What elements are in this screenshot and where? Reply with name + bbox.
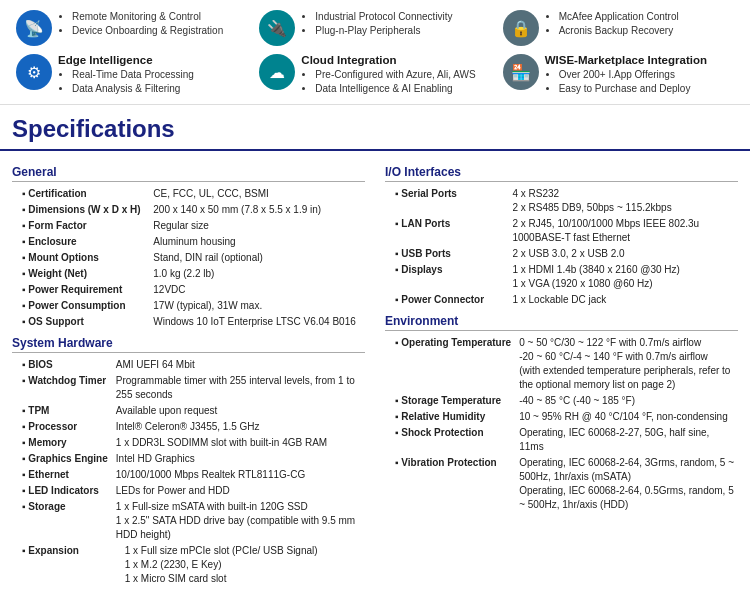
spec-value: Intel HD Graphics bbox=[114, 451, 365, 467]
wise-marketplace-icon: 🏪 bbox=[503, 54, 539, 90]
table-row: BIOSAMI UEFI 64 Mbit bbox=[12, 357, 365, 373]
feature-bullet: Industrial Protocol Connectivity bbox=[315, 10, 490, 24]
spec-value: 2 x RJ45, 10/100/1000 Mbps IEEE 802.3u 1… bbox=[510, 216, 738, 246]
spec-value: 1 x Lockable DC jack bbox=[510, 292, 738, 308]
spec-label: Power Consumption bbox=[12, 298, 151, 314]
edge-intelligence-icon: ⚙ bbox=[16, 54, 52, 90]
spec-label: Serial Ports bbox=[385, 186, 510, 216]
spec-label: LAN Ports bbox=[385, 216, 510, 246]
spec-value: Programmable timer with 255 interval lev… bbox=[114, 373, 365, 403]
spec-label: OS Support bbox=[12, 314, 151, 330]
table-row: LAN Ports2 x RJ45, 10/100/1000 Mbps IEEE… bbox=[385, 216, 738, 246]
spec-value: Operating, IEC 60068-2-27, 50G, half sin… bbox=[517, 425, 738, 455]
table-row: Storage1 x Full-size mSATA with built-in… bbox=[12, 499, 365, 543]
wise-marketplace-title: WISE-Marketplace Integration bbox=[545, 54, 734, 66]
spec-value: 10/100/1000 Mbps Realtek RTL8111G-CG bbox=[114, 467, 365, 483]
spec-label: USB Ports bbox=[385, 246, 510, 262]
table-row: Form FactorRegular size bbox=[12, 218, 365, 234]
feature-bullet: Data Intelligence & AI Enabling bbox=[315, 82, 490, 96]
spec-label: Enclosure bbox=[12, 234, 151, 250]
table-row: Graphics EngineIntel HD Graphics bbox=[12, 451, 365, 467]
general-section-title: General bbox=[12, 165, 365, 182]
spec-value: Intel® Celeron® J3455, 1.5 GHz bbox=[114, 419, 365, 435]
table-row: Watchdog TimerProgrammable timer with 25… bbox=[12, 373, 365, 403]
table-row: Power Consumption17W (typical), 31W max. bbox=[12, 298, 365, 314]
specs-body: General CertificationCE, FCC, UL, CCC, B… bbox=[0, 151, 750, 591]
spec-label: Power Connector bbox=[385, 292, 510, 308]
table-row: Relative Humidity10 ~ 95% RH @ 40 °C/104… bbox=[385, 409, 738, 425]
spec-value: 1 x DDR3L SODIMM slot with built-in 4GB … bbox=[114, 435, 365, 451]
table-row: Dimensions (W x D x H)200 x 140 x 50 mm … bbox=[12, 202, 365, 218]
spec-value: 1 x HDMI 1.4b (3840 x 2160 @30 Hz) 1 x V… bbox=[510, 262, 738, 292]
feature-bullet: McAfee Application Control bbox=[559, 10, 734, 24]
spec-value: Operating, IEC 60068-2-64, 3Grms, random… bbox=[517, 455, 738, 513]
spec-label: Power Requirement bbox=[12, 282, 151, 298]
table-row: Operating Temperature0 ~ 50 °C/30 ~ 122 … bbox=[385, 335, 738, 393]
table-row: Power Connector1 x Lockable DC jack bbox=[385, 292, 738, 308]
spec-label: BIOS bbox=[12, 357, 114, 373]
io-interfaces-table: Serial Ports4 x RS232 2 x RS485 DB9, 50b… bbox=[385, 186, 738, 308]
spec-label: Displays bbox=[385, 262, 510, 292]
industrial-protocol-icon: 🔌 bbox=[259, 10, 295, 46]
system-hardware-table: BIOSAMI UEFI 64 MbitWatchdog TimerProgra… bbox=[12, 357, 365, 543]
spec-label: Watchdog Timer bbox=[12, 373, 114, 403]
table-row: Expansion1 x Full size mPCIe slot (PCIe/… bbox=[12, 543, 365, 587]
table-row: Vibration ProtectionOperating, IEC 60068… bbox=[385, 455, 738, 513]
spec-label: Expansion bbox=[12, 543, 123, 587]
environment-section-title: Environment bbox=[385, 314, 738, 331]
specifications-heading: Specifications bbox=[0, 105, 750, 151]
feature-industrial-protocol: 🔌 Industrial Protocol Connectivity Plug-… bbox=[253, 6, 496, 50]
table-row: Power Requirement12VDC bbox=[12, 282, 365, 298]
specs-col-left: General CertificationCE, FCC, UL, CCC, B… bbox=[12, 159, 365, 587]
feature-bullet: Data Analysis & Filtering bbox=[72, 82, 247, 96]
feature-row-1: 📡 Remote Monitoring & Control Device Onb… bbox=[10, 6, 740, 50]
spec-label: Form Factor bbox=[12, 218, 151, 234]
spec-label: Ethernet bbox=[12, 467, 114, 483]
expansion-table: Expansion1 x Full size mPCIe slot (PCIe/… bbox=[12, 543, 365, 587]
table-row: Displays1 x HDMI 1.4b (3840 x 2160 @30 H… bbox=[385, 262, 738, 292]
spec-value: 0 ~ 50 °C/30 ~ 122 °F with 0.7m/s airflo… bbox=[517, 335, 738, 393]
spec-label: Graphics Engine bbox=[12, 451, 114, 467]
feature-bullet: Real-Time Data Processing bbox=[72, 68, 247, 82]
feature-wise-marketplace: 🏪 WISE-Marketplace Integration Over 200+… bbox=[497, 50, 740, 100]
spec-value: 200 x 140 x 50 mm (7.8 x 5.5 x 1.9 in) bbox=[151, 202, 365, 218]
spec-value: Aluminum housing bbox=[151, 234, 365, 250]
feature-bullet: Plug-n-Play Peripherals bbox=[315, 24, 490, 38]
table-row: CertificationCE, FCC, UL, CCC, BSMI bbox=[12, 186, 365, 202]
table-row: TPMAvailable upon request bbox=[12, 403, 365, 419]
table-row: Storage Temperature-40 ~ 85 °C (-40 ~ 18… bbox=[385, 393, 738, 409]
spec-label: Relative Humidity bbox=[385, 409, 517, 425]
table-row: Serial Ports4 x RS232 2 x RS485 DB9, 50b… bbox=[385, 186, 738, 216]
table-row: OS SupportWindows 10 IoT Enterprise LTSC… bbox=[12, 314, 365, 330]
spec-label: Processor bbox=[12, 419, 114, 435]
feature-bullet: Easy to Purchase and Deploy bbox=[559, 82, 734, 96]
feature-bullet: Pre-Configured with Azure, Ali, AWS bbox=[315, 68, 490, 82]
feature-bullet: Acronis Backup Recovery bbox=[559, 24, 734, 38]
spec-value: Stand, DIN rail (optional) bbox=[151, 250, 365, 266]
spec-label: LED Indicators bbox=[12, 483, 114, 499]
spec-label: Weight (Net) bbox=[12, 266, 151, 282]
security-icon: 🔒 bbox=[503, 10, 539, 46]
spec-label: Memory bbox=[12, 435, 114, 451]
spec-value: 17W (typical), 31W max. bbox=[151, 298, 365, 314]
spec-value: 1 x Full-size mSATA with built-in 120G S… bbox=[114, 499, 365, 543]
table-row: Ethernet10/100/1000 Mbps Realtek RTL8111… bbox=[12, 467, 365, 483]
spec-label: Mount Options bbox=[12, 250, 151, 266]
edge-intelligence-title: Edge Intelligence bbox=[58, 54, 247, 66]
table-row: USB Ports2 x USB 3.0, 2 x USB 2.0 bbox=[385, 246, 738, 262]
system-hardware-section-title: System Hardware bbox=[12, 336, 365, 353]
cloud-integration-icon: ☁ bbox=[259, 54, 295, 90]
spec-value: Regular size bbox=[151, 218, 365, 234]
spec-value: 4 x RS232 2 x RS485 DB9, 50bps ~ 115.2kb… bbox=[510, 186, 738, 216]
cloud-integration-title: Cloud Integration bbox=[301, 54, 490, 66]
table-row: Mount OptionsStand, DIN rail (optional) bbox=[12, 250, 365, 266]
table-row: LED IndicatorsLEDs for Power and HDD bbox=[12, 483, 365, 499]
spec-value: CE, FCC, UL, CCC, BSMI bbox=[151, 186, 365, 202]
io-interfaces-section-title: I/O Interfaces bbox=[385, 165, 738, 182]
spec-label: Shock Protection bbox=[385, 425, 517, 455]
spec-label: Storage bbox=[12, 499, 114, 543]
spec-value: 1.0 kg (2.2 lb) bbox=[151, 266, 365, 282]
feature-row-2: ⚙ Edge Intelligence Real-Time Data Proce… bbox=[10, 50, 740, 100]
spec-label: Certification bbox=[12, 186, 151, 202]
table-row: Weight (Net)1.0 kg (2.2 lb) bbox=[12, 266, 365, 282]
